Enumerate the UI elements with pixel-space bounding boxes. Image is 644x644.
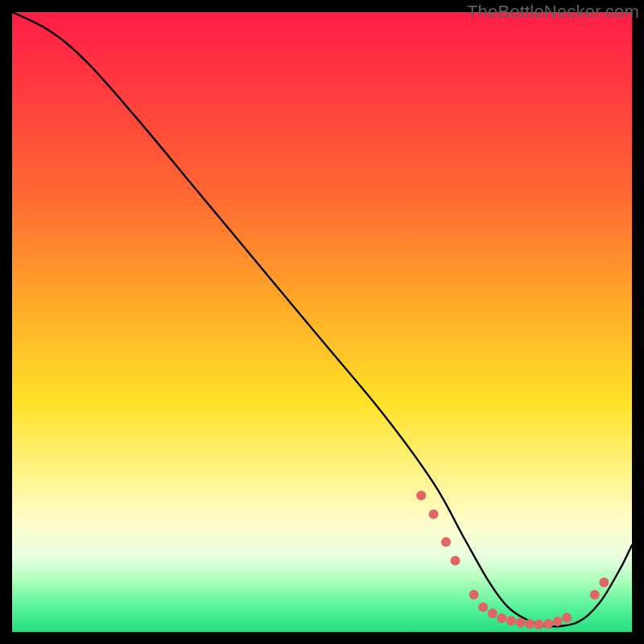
data-marker — [488, 609, 497, 618]
data-marker — [543, 619, 553, 629]
data-marker — [590, 590, 600, 600]
data-marker — [469, 590, 479, 600]
bottleneck-curve — [12, 12, 632, 626]
data-marker — [478, 602, 488, 612]
data-marker — [515, 617, 525, 627]
data-markers — [416, 491, 609, 630]
chart-stage: TheBottleNecker.com — [0, 0, 644, 644]
data-marker — [562, 613, 572, 622]
data-marker — [599, 577, 609, 587]
data-marker — [525, 619, 535, 629]
chart-svg — [12, 12, 632, 632]
plot-area — [12, 12, 632, 632]
data-marker — [535, 620, 544, 630]
data-marker — [506, 616, 516, 625]
data-marker — [441, 537, 451, 547]
data-marker — [553, 617, 563, 626]
data-marker — [497, 613, 506, 623]
data-marker — [416, 491, 426, 501]
data-marker — [429, 510, 439, 519]
data-marker — [451, 555, 460, 565]
